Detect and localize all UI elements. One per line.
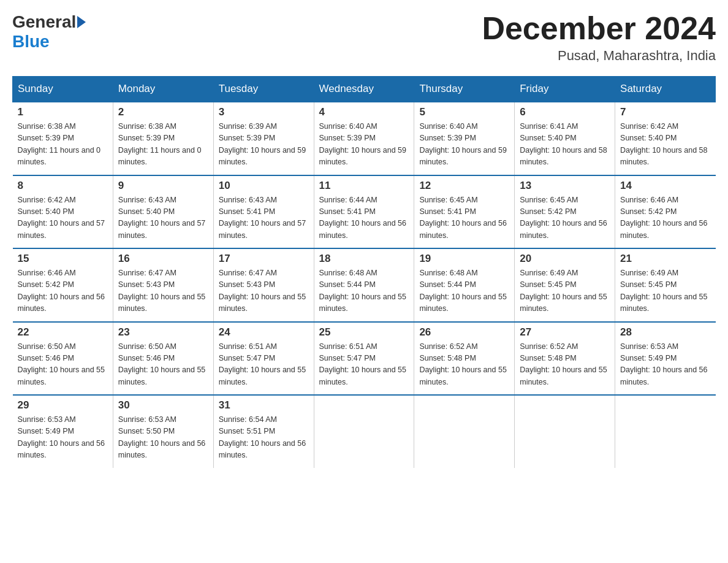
day-info: Sunrise: 6:52 AM Sunset: 5:48 PM Dayligh…: [419, 341, 509, 389]
logo-text: General: [12, 12, 87, 32]
day-info: Sunrise: 6:51 AM Sunset: 5:47 PM Dayligh…: [319, 341, 409, 389]
calendar-cell: 31 Sunrise: 6:54 AM Sunset: 5:51 PM Dayl…: [213, 395, 314, 468]
header-row: SundayMondayTuesdayWednesdayThursdayFrid…: [13, 77, 716, 102]
day-info: Sunrise: 6:46 AM Sunset: 5:42 PM Dayligh…: [620, 194, 710, 242]
calendar-cell: 26 Sunrise: 6:52 AM Sunset: 5:48 PM Dayl…: [414, 322, 515, 396]
day-info: Sunrise: 6:38 AM Sunset: 5:39 PM Dayligh…: [18, 121, 108, 169]
calendar-cell: 21 Sunrise: 6:49 AM Sunset: 5:45 PM Dayl…: [615, 248, 716, 322]
day-number: 27: [520, 326, 610, 339]
day-number: 12: [419, 180, 509, 192]
day-info: Sunrise: 6:49 AM Sunset: 5:45 PM Dayligh…: [520, 267, 610, 315]
day-number: 30: [118, 399, 208, 412]
day-info: Sunrise: 6:39 AM Sunset: 5:39 PM Dayligh…: [219, 121, 309, 169]
day-number: 13: [520, 180, 610, 192]
calendar-cell: 13 Sunrise: 6:45 AM Sunset: 5:42 PM Dayl…: [515, 175, 615, 249]
calendar-cell: 2 Sunrise: 6:38 AM Sunset: 5:39 PM Dayli…: [113, 102, 213, 175]
calendar-cell: 9 Sunrise: 6:43 AM Sunset: 5:40 PM Dayli…: [113, 175, 213, 249]
day-info: Sunrise: 6:45 AM Sunset: 5:42 PM Dayligh…: [520, 194, 610, 242]
day-info: Sunrise: 6:44 AM Sunset: 5:41 PM Dayligh…: [319, 194, 409, 242]
calendar-cell: 7 Sunrise: 6:42 AM Sunset: 5:40 PM Dayli…: [615, 102, 716, 175]
day-number: 25: [319, 326, 409, 339]
calendar-cell: [314, 395, 414, 468]
day-number: 22: [18, 326, 108, 339]
day-info: Sunrise: 6:43 AM Sunset: 5:41 PM Dayligh…: [219, 194, 309, 242]
calendar-cell: 14 Sunrise: 6:46 AM Sunset: 5:42 PM Dayl…: [615, 175, 716, 249]
header-day-saturday: Saturday: [615, 77, 716, 102]
day-number: 11: [319, 180, 409, 192]
calendar-cell: [515, 395, 615, 468]
calendar-cell: 30 Sunrise: 6:53 AM Sunset: 5:50 PM Dayl…: [113, 395, 213, 468]
calendar-cell: 12 Sunrise: 6:45 AM Sunset: 5:41 PM Dayl…: [414, 175, 515, 249]
calendar-cell: 11 Sunrise: 6:44 AM Sunset: 5:41 PM Dayl…: [314, 175, 414, 249]
calendar-cell: 28 Sunrise: 6:53 AM Sunset: 5:49 PM Dayl…: [615, 322, 716, 396]
day-number: 5: [419, 106, 509, 118]
calendar-cell: 18 Sunrise: 6:48 AM Sunset: 5:44 PM Dayl…: [314, 248, 414, 322]
day-info: Sunrise: 6:54 AM Sunset: 5:51 PM Dayligh…: [219, 414, 309, 462]
calendar-cell: 4 Sunrise: 6:40 AM Sunset: 5:39 PM Dayli…: [314, 102, 414, 175]
calendar-cell: 16 Sunrise: 6:47 AM Sunset: 5:43 PM Dayl…: [113, 248, 213, 322]
day-info: Sunrise: 6:53 AM Sunset: 5:50 PM Dayligh…: [118, 414, 208, 462]
day-info: Sunrise: 6:42 AM Sunset: 5:40 PM Dayligh…: [18, 194, 108, 242]
header-day-monday: Monday: [113, 77, 213, 102]
calendar-cell: 23 Sunrise: 6:50 AM Sunset: 5:46 PM Dayl…: [113, 322, 213, 396]
day-number: 9: [118, 180, 208, 192]
calendar-cell: [615, 395, 716, 468]
day-number: 26: [419, 326, 509, 339]
day-info: Sunrise: 6:53 AM Sunset: 5:49 PM Dayligh…: [18, 414, 108, 462]
day-number: 17: [219, 253, 309, 265]
day-info: Sunrise: 6:43 AM Sunset: 5:40 PM Dayligh…: [118, 194, 208, 242]
day-number: 3: [219, 106, 309, 118]
day-info: Sunrise: 6:47 AM Sunset: 5:43 PM Dayligh…: [219, 267, 309, 315]
day-info: Sunrise: 6:40 AM Sunset: 5:39 PM Dayligh…: [319, 121, 409, 169]
day-number: 18: [319, 253, 409, 265]
day-number: 8: [18, 180, 108, 192]
header-day-sunday: Sunday: [13, 77, 113, 102]
week-row-5: 29 Sunrise: 6:53 AM Sunset: 5:49 PM Dayl…: [13, 395, 716, 468]
day-info: Sunrise: 6:38 AM Sunset: 5:39 PM Dayligh…: [118, 121, 208, 169]
logo-blue: Blue: [12, 32, 50, 52]
day-number: 24: [219, 326, 309, 339]
calendar-cell: 1 Sunrise: 6:38 AM Sunset: 5:39 PM Dayli…: [13, 102, 113, 175]
week-row-4: 22 Sunrise: 6:50 AM Sunset: 5:46 PM Dayl…: [13, 322, 716, 396]
day-info: Sunrise: 6:51 AM Sunset: 5:47 PM Dayligh…: [219, 341, 309, 389]
day-number: 21: [620, 253, 710, 265]
calendar-cell: 25 Sunrise: 6:51 AM Sunset: 5:47 PM Dayl…: [314, 322, 414, 396]
calendar-cell: 5 Sunrise: 6:40 AM Sunset: 5:39 PM Dayli…: [414, 102, 515, 175]
calendar-cell: 22 Sunrise: 6:50 AM Sunset: 5:46 PM Dayl…: [13, 322, 113, 396]
day-number: 4: [319, 106, 409, 118]
calendar-cell: 6 Sunrise: 6:41 AM Sunset: 5:40 PM Dayli…: [515, 102, 615, 175]
day-number: 7: [620, 106, 710, 118]
day-info: Sunrise: 6:41 AM Sunset: 5:40 PM Dayligh…: [520, 121, 610, 169]
day-info: Sunrise: 6:46 AM Sunset: 5:42 PM Dayligh…: [18, 267, 108, 315]
day-number: 10: [219, 180, 309, 192]
day-number: 15: [18, 253, 108, 265]
calendar-cell: 24 Sunrise: 6:51 AM Sunset: 5:47 PM Dayl…: [213, 322, 314, 396]
calendar-cell: 27 Sunrise: 6:52 AM Sunset: 5:48 PM Dayl…: [515, 322, 615, 396]
week-row-3: 15 Sunrise: 6:46 AM Sunset: 5:42 PM Dayl…: [13, 248, 716, 322]
logo: General Blue: [12, 12, 87, 52]
week-row-2: 8 Sunrise: 6:42 AM Sunset: 5:40 PM Dayli…: [13, 175, 716, 249]
header-day-friday: Friday: [515, 77, 615, 102]
day-number: 14: [620, 180, 710, 192]
calendar-cell: 17 Sunrise: 6:47 AM Sunset: 5:43 PM Dayl…: [213, 248, 314, 322]
page-header: General Blue December 2024 Pusad, Mahara…: [12, 12, 716, 64]
day-info: Sunrise: 6:53 AM Sunset: 5:49 PM Dayligh…: [620, 341, 710, 389]
day-number: 16: [118, 253, 208, 265]
day-number: 28: [620, 326, 710, 339]
day-number: 31: [219, 399, 309, 412]
month-title: December 2024: [482, 12, 716, 44]
day-number: 19: [419, 253, 509, 265]
day-number: 6: [520, 106, 610, 118]
day-info: Sunrise: 6:48 AM Sunset: 5:44 PM Dayligh…: [419, 267, 509, 315]
day-number: 1: [18, 106, 108, 118]
day-number: 2: [118, 106, 208, 118]
calendar-cell: 8 Sunrise: 6:42 AM Sunset: 5:40 PM Dayli…: [13, 175, 113, 249]
day-number: 29: [18, 399, 108, 412]
calendar-cell: 10 Sunrise: 6:43 AM Sunset: 5:41 PM Dayl…: [213, 175, 314, 249]
day-info: Sunrise: 6:50 AM Sunset: 5:46 PM Dayligh…: [18, 341, 108, 389]
day-number: 20: [520, 253, 610, 265]
day-info: Sunrise: 6:40 AM Sunset: 5:39 PM Dayligh…: [419, 121, 509, 169]
day-info: Sunrise: 6:48 AM Sunset: 5:44 PM Dayligh…: [319, 267, 409, 315]
day-info: Sunrise: 6:45 AM Sunset: 5:41 PM Dayligh…: [419, 194, 509, 242]
calendar-cell: 15 Sunrise: 6:46 AM Sunset: 5:42 PM Dayl…: [13, 248, 113, 322]
